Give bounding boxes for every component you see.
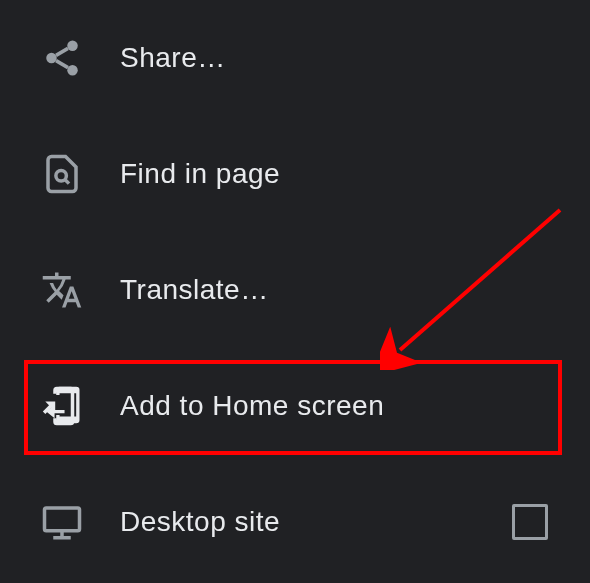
add-to-home-screen-icon [38, 382, 86, 430]
share-icon [38, 34, 86, 82]
svg-line-3 [56, 48, 68, 55]
menu-item-label: Add to Home screen [120, 390, 384, 422]
desktop-icon [38, 498, 86, 546]
menu-item-add-to-home-screen[interactable]: Add to Home screen [0, 348, 590, 464]
svg-line-6 [65, 180, 69, 184]
menu-item-label: Share… [120, 42, 226, 74]
desktop-site-checkbox[interactable] [512, 504, 548, 540]
menu-item-translate[interactable]: Translate… [0, 232, 590, 348]
menu-item-label: Translate… [120, 274, 269, 306]
translate-icon [38, 266, 86, 314]
svg-point-1 [46, 53, 57, 64]
menu-item-label: Desktop site [120, 506, 280, 538]
svg-point-2 [67, 65, 78, 76]
menu-item-label: Find in page [120, 158, 280, 190]
svg-point-5 [56, 171, 67, 182]
svg-rect-7 [45, 508, 80, 531]
svg-point-0 [67, 41, 78, 52]
svg-line-4 [56, 61, 68, 68]
overflow-menu: Share… Find in page Translate… [0, 0, 590, 580]
menu-item-find-in-page[interactable]: Find in page [0, 116, 590, 232]
menu-item-desktop-site[interactable]: Desktop site [0, 464, 590, 580]
menu-item-share[interactable]: Share… [0, 0, 590, 116]
find-in-page-icon [38, 150, 86, 198]
